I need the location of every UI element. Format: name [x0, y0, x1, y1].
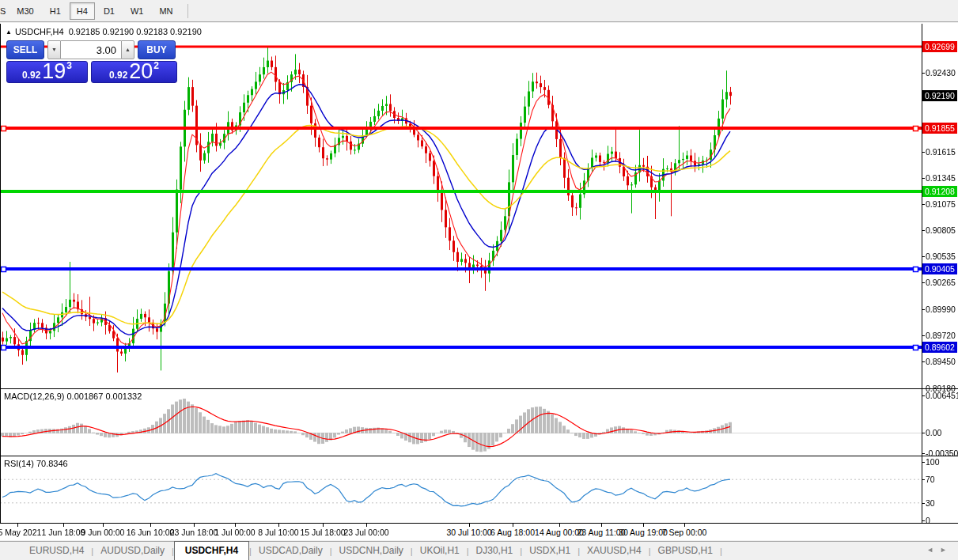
axis-tick-mark [922, 479, 925, 480]
axis-tick-mark [922, 282, 925, 283]
one-click-trading-panel: SELL ▼ 3.00 ▲ BUY 0.92 19 3 0.92 20 2 [6, 40, 177, 83]
lots-decrease-button[interactable]: ▼ [47, 40, 61, 59]
axis-tick-mark [922, 453, 925, 454]
timeframe-button-m30[interactable]: M30 [9, 2, 40, 20]
timeframe-button-s[interactable]: S [0, 2, 8, 20]
tab-scroll-left-icon[interactable]: ◄ [926, 546, 940, 554]
price-axis-label: 0.89450 [926, 357, 956, 366]
chevron-down-icon: ▼ [51, 47, 57, 52]
rsi-panel-separator[interactable] [0, 456, 958, 456]
rsi-axis-label: 30 [926, 498, 935, 508]
chart-tab-usdcad-daily[interactable]: USDCAD,Daily [252, 542, 330, 560]
timeframe-toolbar: SM30H1H4D1W1MN [0, 0, 958, 22]
price-axis-badge: 0.90405 [922, 263, 957, 274]
chart-tab-ukoil-h1[interactable]: UKOil,H1 [413, 542, 467, 560]
chart-tab-xauusd-h4[interactable]: XAUUSD,H4 [580, 542, 649, 560]
buy-price-box[interactable]: 0.92 20 2 [91, 61, 177, 83]
time-axis-tick [103, 524, 104, 527]
chart-ohlc-values: 0.92185 0.92190 0.92183 0.92190 [69, 27, 202, 36]
axis-tick-mark [922, 256, 925, 257]
axis-tick-mark [922, 503, 925, 504]
price-axis-badge: 0.89602 [922, 342, 957, 353]
buy-button[interactable]: BUY [138, 40, 176, 59]
price-axis-label: 0.91075 [926, 199, 956, 209]
axis-tick-mark [922, 73, 925, 74]
tab-separator: | [720, 547, 722, 556]
price-axis-badge: 0.91208 [922, 186, 957, 197]
chart-tab-usdcnh-daily[interactable]: USDCNH,Daily [332, 542, 411, 560]
time-axis-tick [559, 524, 560, 527]
timeframe-button-d1[interactable]: D1 [97, 2, 122, 20]
time-axis-label: 30 Jul 10:00 [446, 528, 491, 537]
axis-tick-mark [922, 361, 925, 362]
rsi-indicator-canvas[interactable] [0, 456, 922, 523]
lots-increase-button[interactable]: ▲ [121, 40, 134, 59]
timeframe-button-h4[interactable]: H4 [70, 2, 95, 20]
axis-tick-mark [922, 395, 925, 396]
toolbar-separator [187, 4, 188, 18]
collapse-chart-icon[interactable]: ▲ [6, 28, 12, 36]
price-axis-label: 0.92430 [926, 68, 956, 78]
time-axis-tick [235, 524, 236, 527]
time-axis-tick [194, 524, 195, 527]
price-axis-label: 0.89720 [926, 331, 956, 340]
axis-tick-mark [922, 335, 925, 336]
chart-tab-audusd-daily[interactable]: AUDUSD,Daily [93, 542, 172, 560]
time-axis-label: 25 May 2021 [0, 528, 41, 537]
chevron-up-icon: ▲ [125, 47, 131, 52]
axis-tick-mark [922, 462, 925, 463]
time-axis-label: 16 Jun 10:00 [127, 528, 175, 537]
macd-panel-separator[interactable] [0, 388, 958, 389]
axis-tick-mark [922, 204, 925, 205]
time-axis-label: 30 Aug 19:00 [619, 528, 668, 537]
time-axis-tick [601, 524, 602, 527]
rsi-axis-label: 100 [926, 457, 940, 467]
macd-axis-label: 0.00 [926, 428, 941, 437]
tab-scroll-right-icon[interactable]: ► [940, 546, 953, 554]
price-axis-label: 0.90805 [926, 225, 956, 235]
time-axis-label: 1 Jun 18:00 [42, 528, 85, 537]
buy-price-pipette: 2 [153, 60, 159, 71]
timeframe-button-mn[interactable]: MN [152, 2, 180, 20]
sell-price-prefix: 0.92 [22, 70, 40, 81]
chart-tab-eurusd-h4[interactable]: EURUSD,H4 [22, 542, 91, 560]
timeframe-button-h1[interactable]: H1 [43, 2, 68, 20]
time-axis-tick [17, 524, 18, 527]
time-axis-label: 6 Aug 18:00 [490, 528, 535, 537]
time-axis-separator [0, 523, 958, 524]
sell-button[interactable]: SELL [6, 40, 44, 59]
chart-tab-usdx-h1[interactable]: USDX,H1 [522, 542, 577, 560]
chart-tab-dj30-h1[interactable]: DJ30,H1 [469, 542, 521, 560]
lot-size-input[interactable]: 3.00 [61, 40, 121, 59]
time-axis-tick [323, 524, 324, 527]
price-axis-badge: 0.92190 [922, 90, 957, 101]
chart-tab-usdchf-h4[interactable]: USDCHF,H4 [174, 541, 249, 560]
time-axis-tick [513, 524, 513, 527]
price-axis-badge: 0.91855 [922, 123, 957, 134]
axis-tick-mark [922, 520, 925, 521]
time-axis-label: 8 Jul 10:00 [258, 528, 298, 537]
buy-price-prefix: 0.92 [109, 70, 127, 81]
chart-tab-gbpusd-h1[interactable]: GBPUSD,H1 [651, 542, 720, 560]
price-axis-badge: 0.92699 [922, 41, 957, 52]
time-axis-label: 23 Jun 18:00 [170, 528, 218, 537]
price-axis-label: 0.90265 [926, 278, 956, 287]
sell-price-pipette: 3 [66, 60, 72, 71]
tab-scroll-arrows: ◄► [926, 546, 953, 554]
rsi-label: RSI(14) 70.8346 [4, 459, 68, 468]
time-axis-tick [469, 524, 470, 527]
time-axis-label: 7 Sep 00:00 [662, 528, 707, 537]
chart-left-border [0, 24, 1, 523]
mt4-window: SM30H1H4D1W1MN ▲USDCHF,H40.92185 0.92190… [0, 0, 958, 560]
timeframe-button-w1[interactable]: W1 [123, 2, 151, 20]
time-axis-tick [684, 524, 685, 527]
price-axis-label: 0.91615 [926, 147, 956, 157]
price-axis-label: 0.91345 [926, 173, 956, 183]
axis-tick-mark [922, 178, 925, 179]
time-axis-tick [150, 524, 151, 527]
sell-price-box[interactable]: 0.92 19 3 [6, 61, 88, 83]
macd-axis-label: 0.006451 [926, 391, 958, 400]
axis-tick-mark [922, 152, 925, 153]
price-axis-label: 0.90535 [926, 252, 956, 261]
axis-tick-mark [922, 433, 925, 433]
